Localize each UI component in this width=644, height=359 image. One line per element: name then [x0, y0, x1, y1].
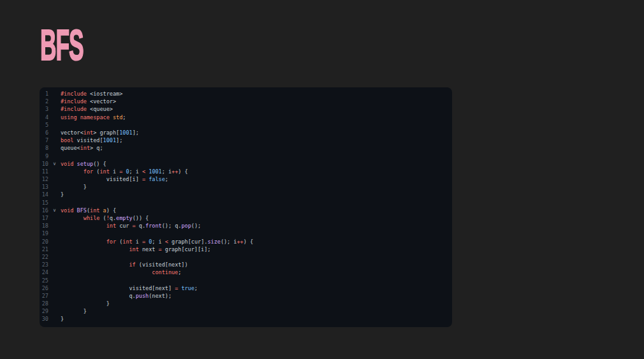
code-line: 11 for (int i = 0; i < 1001; i++) {: [40, 168, 452, 175]
fold-gutter-spacer: [48, 175, 61, 183]
fold-gutter-spacer: [48, 152, 61, 160]
line-number: 1: [40, 90, 48, 98]
line-number: 8: [40, 144, 48, 152]
code-text: for (int i = 0; i < 1001; i++) {: [61, 168, 452, 175]
fold-gutter-spacer: [48, 253, 61, 261]
code-line: 29 }: [40, 307, 452, 315]
fold-chevron-icon[interactable]: ∨: [48, 160, 61, 168]
code-text: continue;: [61, 268, 452, 276]
line-number: 14: [40, 191, 48, 198]
code-text: #include <iostream>: [61, 90, 452, 98]
fold-gutter-spacer: [48, 98, 61, 105]
code-text: [61, 277, 452, 284]
fold-gutter-spacer: [48, 261, 61, 268]
line-number: 18: [40, 222, 48, 230]
code-text: [61, 152, 452, 160]
line-number: 23: [40, 261, 48, 268]
fold-gutter-spacer: [48, 268, 61, 276]
line-number: 12: [40, 175, 48, 183]
code-text: }: [61, 183, 452, 191]
fold-gutter-spacer: [48, 136, 61, 144]
code-line: 26 visited[next] = true;: [40, 284, 452, 292]
code-line: 18 int cur = q.front(); q.pop();: [40, 222, 452, 230]
code-text: vector<int> graph[1001];: [61, 129, 452, 136]
code-line: 17 while (!q.empty()) {: [40, 214, 452, 222]
code-line: 21 int next = graph[cur][i];: [40, 245, 452, 253]
fold-gutter-spacer: [48, 245, 61, 253]
code-text: #include <vector>: [61, 98, 452, 105]
code-line: 3#include <queue>: [40, 105, 452, 113]
code-line: 7bool visited[1001];: [40, 136, 452, 144]
line-number: 10: [40, 160, 48, 168]
fold-gutter-spacer: [48, 315, 61, 323]
line-number: 19: [40, 230, 48, 237]
fold-gutter-spacer: [48, 300, 61, 307]
code-text: if (visited[next]): [61, 261, 452, 268]
code-text: bool visited[1001];: [61, 136, 452, 144]
fold-gutter-spacer: [48, 292, 61, 300]
fold-gutter-spacer: [48, 284, 61, 292]
fold-gutter-spacer: [48, 114, 61, 121]
fold-chevron-icon[interactable]: ∨: [48, 207, 61, 214]
line-number: 7: [40, 136, 48, 144]
line-number: 30: [40, 315, 48, 323]
code-text: q.push(next);: [61, 292, 452, 300]
line-number: 21: [40, 245, 48, 253]
code-line: 8queue<int> q;: [40, 144, 452, 152]
code-line: 30}: [40, 315, 452, 323]
page-title: BFS: [40, 23, 84, 66]
line-number: 20: [40, 238, 48, 245]
code-text: [61, 121, 452, 129]
code-text: [61, 253, 452, 261]
line-number: 29: [40, 307, 48, 315]
fold-gutter-spacer: [48, 214, 61, 222]
code-text: }: [61, 307, 452, 315]
code-text: int next = graph[cur][i];: [61, 245, 452, 253]
code-text: }: [61, 300, 452, 307]
code-text: using namespace std;: [61, 114, 452, 121]
code-lines: 1#include <iostream>2#include <vector>3#…: [40, 90, 452, 323]
code-line: 16∨void BFS(int a) {: [40, 207, 452, 214]
code-line: 14}: [40, 191, 452, 198]
fold-gutter-spacer: [48, 277, 61, 284]
code-line: 23 if (visited[next]): [40, 261, 452, 268]
code-line: 24 continue;: [40, 268, 452, 276]
fold-gutter-spacer: [48, 191, 61, 198]
code-text: int cur = q.front(); q.pop();: [61, 222, 452, 230]
line-number: 22: [40, 253, 48, 261]
line-number: 28: [40, 300, 48, 307]
code-text: [61, 230, 452, 237]
code-line: 15: [40, 199, 452, 207]
code-line: 20 for (int i = 0; i < graph[cur].size()…: [40, 238, 452, 245]
line-number: 5: [40, 121, 48, 129]
code-line: 4using namespace std;: [40, 114, 452, 121]
code-line: 22: [40, 253, 452, 261]
code-line: 27 q.push(next);: [40, 292, 452, 300]
code-line: 28 }: [40, 300, 452, 307]
code-text: #include <queue>: [61, 105, 452, 113]
code-line: 13 }: [40, 183, 452, 191]
fold-gutter-spacer: [48, 144, 61, 152]
line-number: 27: [40, 292, 48, 300]
line-number: 4: [40, 114, 48, 121]
code-text: queue<int> q;: [61, 144, 452, 152]
line-number: 9: [40, 152, 48, 160]
code-text: visited[i] = false;: [61, 175, 452, 183]
fold-gutter-spacer: [48, 105, 61, 113]
code-line: 12 visited[i] = false;: [40, 175, 452, 183]
code-text: }: [61, 191, 452, 198]
code-line: 25: [40, 277, 452, 284]
line-number: 15: [40, 199, 48, 207]
code-text: while (!q.empty()) {: [61, 214, 452, 222]
line-number: 3: [40, 105, 48, 113]
code-editor: 1#include <iostream>2#include <vector>3#…: [40, 87, 452, 327]
code-text: void setup() {: [61, 160, 452, 168]
code-line: 10∨void setup() {: [40, 160, 452, 168]
fold-gutter-spacer: [48, 222, 61, 230]
fold-gutter-spacer: [48, 238, 61, 245]
line-number: 17: [40, 214, 48, 222]
fold-gutter-spacer: [48, 168, 61, 175]
fold-gutter-spacer: [48, 199, 61, 207]
line-number: 13: [40, 183, 48, 191]
line-number: 24: [40, 268, 48, 276]
